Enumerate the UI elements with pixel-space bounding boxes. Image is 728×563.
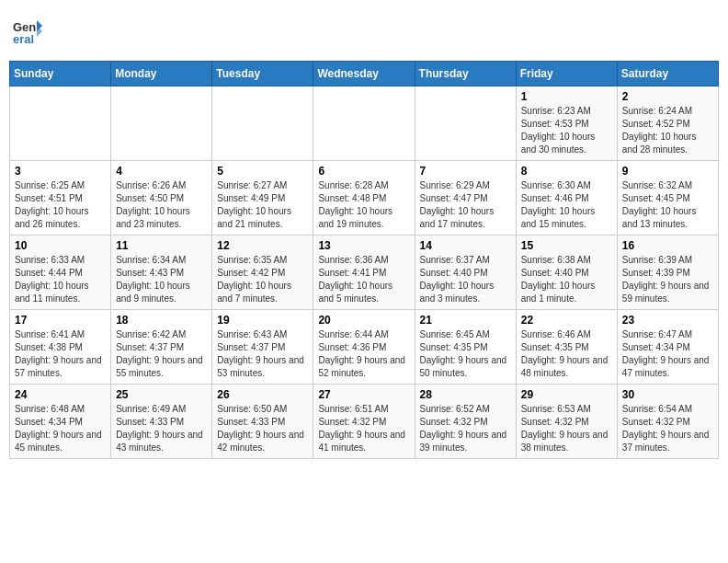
calendar-cell: 19Sunrise: 6:43 AM Sunset: 4:37 PM Dayli… [212, 310, 313, 385]
day-info: Sunrise: 6:23 AM Sunset: 4:53 PM Dayligh… [521, 105, 612, 156]
calendar-cell: 23Sunrise: 6:47 AM Sunset: 4:34 PM Dayli… [617, 310, 718, 385]
day-number: 15 [521, 239, 612, 252]
calendar-body: 1Sunrise: 6:23 AM Sunset: 4:53 PM Daylig… [10, 86, 719, 459]
day-info: Sunrise: 6:35 AM Sunset: 4:42 PM Dayligh… [217, 254, 308, 305]
calendar-cell [313, 86, 415, 161]
day-number: 19 [217, 314, 308, 327]
day-number: 10 [15, 239, 106, 252]
calendar-cell: 7Sunrise: 6:29 AM Sunset: 4:47 PM Daylig… [415, 161, 516, 236]
day-number: 12 [217, 239, 308, 252]
day-number: 30 [622, 388, 713, 401]
calendar-cell: 2Sunrise: 6:24 AM Sunset: 4:52 PM Daylig… [617, 86, 718, 161]
logo-icon: Gen eral [13, 17, 42, 46]
day-number: 29 [521, 388, 612, 401]
calendar-cell: 24Sunrise: 6:48 AM Sunset: 4:34 PM Dayli… [10, 385, 111, 459]
calendar-cell: 29Sunrise: 6:53 AM Sunset: 4:32 PM Dayli… [516, 385, 617, 459]
day-info: Sunrise: 6:30 AM Sunset: 4:46 PM Dayligh… [521, 179, 612, 231]
calendar-cell: 6Sunrise: 6:28 AM Sunset: 4:48 PM Daylig… [313, 161, 415, 236]
day-number: 25 [116, 388, 207, 401]
calendar-cell [212, 86, 313, 161]
calendar-cell: 3Sunrise: 6:25 AM Sunset: 4:51 PM Daylig… [10, 161, 111, 236]
calendar-cell [10, 86, 111, 161]
day-info: Sunrise: 6:32 AM Sunset: 4:45 PM Dayligh… [622, 179, 713, 231]
day-info: Sunrise: 6:25 AM Sunset: 4:51 PM Dayligh… [15, 179, 106, 231]
day-number: 14 [420, 239, 511, 252]
day-number: 8 [521, 165, 612, 178]
day-number: 9 [622, 165, 713, 178]
calendar-week-row: 1Sunrise: 6:23 AM Sunset: 4:53 PM Daylig… [10, 86, 719, 161]
day-info: Sunrise: 6:38 AM Sunset: 4:40 PM Dayligh… [521, 254, 612, 305]
day-info: Sunrise: 6:47 AM Sunset: 4:34 PM Dayligh… [622, 328, 713, 380]
day-info: Sunrise: 6:28 AM Sunset: 4:48 PM Dayligh… [318, 179, 409, 231]
day-of-week-header: Wednesday [313, 62, 415, 86]
day-number: 18 [116, 314, 207, 327]
calendar-cell: 25Sunrise: 6:49 AM Sunset: 4:33 PM Dayli… [111, 385, 212, 459]
calendar-week-row: 24Sunrise: 6:48 AM Sunset: 4:34 PM Dayli… [10, 385, 719, 459]
logo: Gen eral [13, 17, 46, 46]
day-info: Sunrise: 6:27 AM Sunset: 4:49 PM Dayligh… [217, 179, 308, 231]
page-header: Gen eral [9, 9, 719, 53]
svg-text:eral: eral [13, 32, 34, 46]
day-info: Sunrise: 6:26 AM Sunset: 4:50 PM Dayligh… [116, 179, 207, 231]
day-number: 1 [521, 90, 612, 103]
calendar-cell: 1Sunrise: 6:23 AM Sunset: 4:53 PM Daylig… [516, 86, 617, 161]
day-info: Sunrise: 6:37 AM Sunset: 4:40 PM Dayligh… [420, 254, 511, 305]
calendar-cell: 9Sunrise: 6:32 AM Sunset: 4:45 PM Daylig… [617, 161, 718, 236]
day-number: 28 [420, 388, 511, 401]
day-info: Sunrise: 6:39 AM Sunset: 4:39 PM Dayligh… [622, 254, 713, 305]
day-info: Sunrise: 6:42 AM Sunset: 4:37 PM Dayligh… [116, 328, 207, 380]
calendar-cell: 8Sunrise: 6:30 AM Sunset: 4:46 PM Daylig… [516, 161, 617, 236]
calendar-cell: 21Sunrise: 6:45 AM Sunset: 4:35 PM Dayli… [415, 310, 516, 385]
day-info: Sunrise: 6:24 AM Sunset: 4:52 PM Dayligh… [622, 105, 713, 156]
day-of-week-header: Saturday [617, 62, 718, 86]
calendar-cell: 10Sunrise: 6:33 AM Sunset: 4:44 PM Dayli… [10, 236, 111, 310]
calendar-cell: 15Sunrise: 6:38 AM Sunset: 4:40 PM Dayli… [516, 236, 617, 310]
calendar-cell: 17Sunrise: 6:41 AM Sunset: 4:38 PM Dayli… [10, 310, 111, 385]
day-number: 16 [622, 239, 713, 252]
day-info: Sunrise: 6:34 AM Sunset: 4:43 PM Dayligh… [116, 254, 207, 305]
day-number: 11 [116, 239, 207, 252]
day-of-week-header: Friday [516, 62, 617, 86]
day-number: 4 [116, 165, 207, 178]
calendar-cell: 18Sunrise: 6:42 AM Sunset: 4:37 PM Dayli… [111, 310, 212, 385]
calendar-cell: 13Sunrise: 6:36 AM Sunset: 4:41 PM Dayli… [313, 236, 415, 310]
calendar-week-row: 17Sunrise: 6:41 AM Sunset: 4:38 PM Dayli… [10, 310, 719, 385]
calendar-cell: 4Sunrise: 6:26 AM Sunset: 4:50 PM Daylig… [111, 161, 212, 236]
day-number: 21 [420, 314, 511, 327]
day-number: 24 [15, 388, 106, 401]
day-info: Sunrise: 6:29 AM Sunset: 4:47 PM Dayligh… [420, 179, 511, 231]
day-number: 7 [420, 165, 511, 178]
day-info: Sunrise: 6:41 AM Sunset: 4:38 PM Dayligh… [15, 328, 106, 380]
day-number: 17 [15, 314, 106, 327]
day-info: Sunrise: 6:53 AM Sunset: 4:32 PM Dayligh… [521, 403, 612, 454]
day-number: 27 [318, 388, 409, 401]
day-info: Sunrise: 6:54 AM Sunset: 4:32 PM Dayligh… [622, 403, 713, 454]
day-of-week-header: Sunday [10, 62, 111, 86]
day-info: Sunrise: 6:43 AM Sunset: 4:37 PM Dayligh… [217, 328, 308, 380]
calendar-cell: 16Sunrise: 6:39 AM Sunset: 4:39 PM Dayli… [617, 236, 718, 310]
day-info: Sunrise: 6:48 AM Sunset: 4:34 PM Dayligh… [15, 403, 106, 454]
day-number: 2 [622, 90, 713, 103]
calendar-cell: 28Sunrise: 6:52 AM Sunset: 4:32 PM Dayli… [415, 385, 516, 459]
calendar-cell: 11Sunrise: 6:34 AM Sunset: 4:43 PM Dayli… [111, 236, 212, 310]
day-number: 26 [217, 388, 308, 401]
day-of-week-header: Tuesday [212, 62, 313, 86]
day-info: Sunrise: 6:33 AM Sunset: 4:44 PM Dayligh… [15, 254, 106, 305]
calendar-cell [111, 86, 212, 161]
calendar-cell: 26Sunrise: 6:50 AM Sunset: 4:33 PM Dayli… [212, 385, 313, 459]
day-number: 20 [318, 314, 409, 327]
calendar-header: SundayMondayTuesdayWednesdayThursdayFrid… [10, 62, 719, 86]
day-info: Sunrise: 6:46 AM Sunset: 4:35 PM Dayligh… [521, 328, 612, 380]
day-info: Sunrise: 6:51 AM Sunset: 4:32 PM Dayligh… [318, 403, 409, 454]
calendar-week-row: 10Sunrise: 6:33 AM Sunset: 4:44 PM Dayli… [10, 236, 719, 310]
calendar-cell [415, 86, 516, 161]
day-number: 22 [521, 314, 612, 327]
day-of-week-header: Thursday [415, 62, 516, 86]
calendar-cell: 22Sunrise: 6:46 AM Sunset: 4:35 PM Dayli… [516, 310, 617, 385]
calendar-cell: 27Sunrise: 6:51 AM Sunset: 4:32 PM Dayli… [313, 385, 415, 459]
day-number: 23 [622, 314, 713, 327]
day-info: Sunrise: 6:36 AM Sunset: 4:41 PM Dayligh… [318, 254, 409, 305]
day-number: 5 [217, 165, 308, 178]
day-number: 6 [318, 165, 409, 178]
calendar-cell: 20Sunrise: 6:44 AM Sunset: 4:36 PM Dayli… [313, 310, 415, 385]
